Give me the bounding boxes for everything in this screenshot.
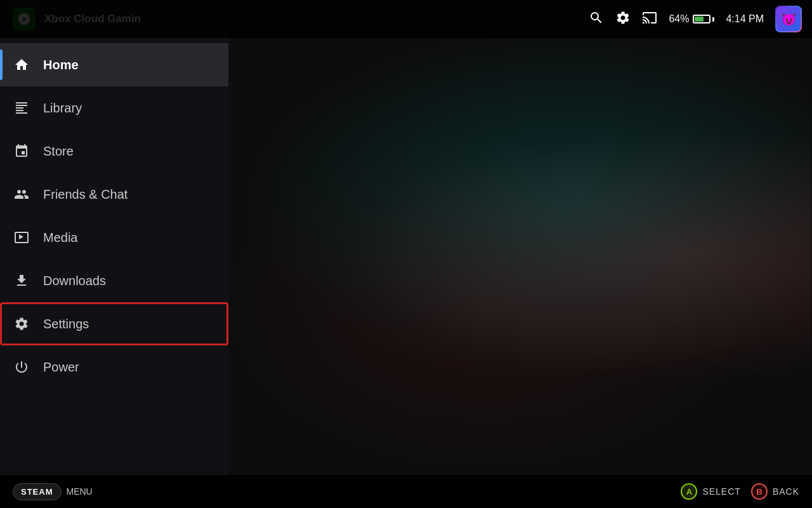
settings-gear-icon: [13, 316, 30, 331]
friends-icon: [13, 187, 30, 202]
sidebar-item-friends[interactable]: Friends & Chat: [0, 173, 228, 216]
a-label: A: [686, 487, 692, 497]
settings-icon[interactable]: [615, 10, 631, 29]
sidebar-item-settings[interactable]: Settings: [0, 302, 228, 345]
nav-list: Home Library Store Friends & Chat: [0, 38, 228, 508]
bottom-controls: A SELECT B BACK: [681, 483, 799, 500]
friends-label: Friends & Chat: [43, 187, 128, 202]
avatar-inner: 😈: [776, 7, 801, 31]
settings-label: Settings: [43, 317, 89, 331]
sidebar-item-power[interactable]: Power: [0, 345, 228, 389]
home-icon: [13, 57, 30, 72]
b-button-circle: B: [751, 483, 768, 500]
battery-percent: 64%: [669, 13, 689, 25]
b-label: B: [756, 487, 762, 497]
top-bar-icons: 64% 4:14 PM 😈: [589, 6, 802, 32]
store-label: Store: [43, 144, 74, 159]
library-label: Library: [43, 101, 82, 116]
home-label: Home: [43, 58, 79, 72]
sidebar-item-media[interactable]: Media: [0, 216, 228, 259]
select-button[interactable]: A SELECT: [681, 483, 740, 500]
steam-menu-group: STEAM MENU: [13, 483, 93, 500]
bottom-bar: STEAM MENU A SELECT B BACK: [0, 475, 812, 508]
steam-label: STEAM: [21, 487, 53, 497]
library-icon: [13, 100, 30, 116]
search-icon[interactable]: [589, 10, 604, 29]
select-label: SELECT: [702, 486, 740, 497]
media-icon: [13, 230, 30, 245]
sidebar-item-home[interactable]: Home: [0, 43, 228, 86]
sidebar-item-store[interactable]: Store: [0, 130, 228, 173]
battery-icon: [693, 15, 714, 23]
power-icon: [13, 359, 30, 375]
battery-block: 64%: [669, 13, 714, 25]
media-label: Media: [43, 231, 77, 245]
back-label: BACK: [773, 486, 799, 497]
time-display: 4:14 PM: [726, 13, 764, 25]
cast-icon[interactable]: [642, 10, 657, 29]
top-bar: 64% 4:14 PM 😈: [0, 0, 812, 38]
steam-button[interactable]: STEAM: [13, 483, 62, 500]
menu-label: MENU: [67, 486, 93, 497]
sidebar: Xbox Cloud Gamin Home Library Store: [0, 0, 228, 508]
sidebar-item-library[interactable]: Library: [0, 86, 228, 130]
downloads-icon: [13, 273, 30, 288]
power-label: Power: [43, 360, 79, 375]
user-avatar[interactable]: 😈: [775, 6, 802, 32]
back-button[interactable]: B BACK: [751, 483, 799, 500]
sidebar-item-downloads[interactable]: Downloads: [0, 259, 228, 302]
downloads-label: Downloads: [43, 274, 106, 288]
a-button-circle: A: [681, 483, 697, 500]
store-icon: [13, 144, 30, 159]
